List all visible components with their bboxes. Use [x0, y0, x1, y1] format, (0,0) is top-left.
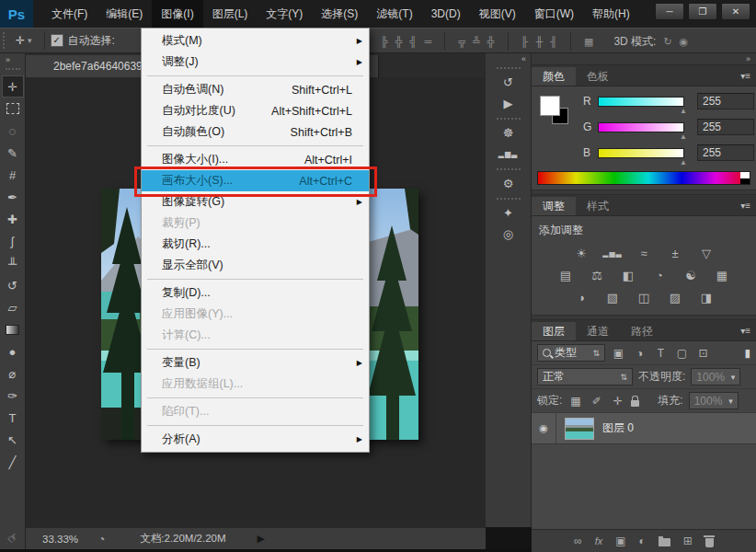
foreground-color-swatch[interactable]: [540, 96, 560, 116]
tool-marquee[interactable]: [2, 98, 24, 120]
filter-type-dropdown[interactable]: 类型 ⇅: [537, 344, 605, 362]
dock-grip[interactable]: [497, 67, 521, 69]
tool-path-selection[interactable]: ↖: [2, 429, 24, 451]
green-channel-slider[interactable]: ▲: [598, 122, 684, 132]
dock-grip[interactable]: [497, 168, 521, 170]
delete-layer-icon[interactable]: [705, 538, 714, 547]
tab-swatches[interactable]: 色板: [576, 67, 620, 86]
actions-panel-button[interactable]: ▶: [494, 93, 523, 114]
channel-mixer-icon[interactable]: ☯: [680, 267, 702, 283]
filter-type-layers-icon[interactable]: T: [653, 347, 669, 360]
red-channel-slider[interactable]: ▲: [598, 97, 684, 107]
distribute-spacing-icon[interactable]: ▦: [584, 36, 593, 48]
histogram-panel-button[interactable]: ▂▆▃: [494, 144, 523, 165]
menu-item-auto-color[interactable]: 自动颜色(O) Shift+Ctrl+B: [142, 121, 369, 143]
tool-brush[interactable]: ∫: [2, 230, 24, 252]
tool-crop[interactable]: #: [2, 164, 24, 186]
maximize-button[interactable]: ❐: [688, 3, 717, 20]
distribute-center-icon[interactable]: ╫: [535, 36, 543, 47]
menu-select[interactable]: 选择(S): [312, 0, 367, 28]
menu-type[interactable]: 文字(Y): [257, 0, 312, 28]
lock-all-icon[interactable]: [631, 400, 639, 407]
align-left-edges-icon[interactable]: ╠: [381, 36, 388, 47]
green-channel-value[interactable]: 255: [697, 119, 754, 135]
menu-3d[interactable]: 3D(D): [422, 0, 470, 28]
tool-eyedropper[interactable]: ✒: [2, 186, 24, 208]
color-balance-icon[interactable]: ⚖: [586, 267, 608, 283]
panel-menu-icon[interactable]: ▾≡: [735, 322, 756, 340]
menu-item-duplicate[interactable]: 复制(D)...: [142, 282, 369, 304]
menu-layer[interactable]: 图层(L): [203, 0, 258, 28]
tool-gradient[interactable]: [2, 318, 24, 340]
lock-pixels-icon[interactable]: ✐: [589, 395, 604, 408]
tool-pen[interactable]: ✑: [2, 385, 24, 407]
blue-channel-slider[interactable]: ▲: [598, 148, 684, 158]
tool-eraser[interactable]: ▱: [2, 296, 24, 318]
menu-edit[interactable]: 编辑(E): [97, 0, 152, 28]
3d-orbit-icon[interactable]: ◉: [680, 36, 689, 48]
tools-grip[interactable]: [6, 68, 20, 70]
levels-icon[interactable]: ▂▅▃: [601, 245, 624, 261]
layer-thumbnail[interactable]: [565, 418, 594, 440]
slider-thumb-icon[interactable]: ▲: [680, 158, 687, 167]
zoom-level-field[interactable]: 33.33%: [42, 534, 78, 545]
tab-styles[interactable]: 样式: [576, 197, 620, 215]
tool-healing-brush[interactable]: ✚: [2, 208, 24, 230]
tools-expand-icon[interactable]: »: [0, 53, 25, 64]
link-layers-icon[interactable]: ∞: [574, 535, 582, 547]
tool-quick-selection[interactable]: ✎: [2, 142, 24, 164]
filter-smart-objects-icon[interactable]: ⊡: [695, 347, 711, 360]
opacity-field[interactable]: 100% ▾: [691, 368, 740, 385]
align-v-centers-icon[interactable]: ╩: [473, 36, 480, 47]
distribute-left-icon[interactable]: ╟: [521, 36, 529, 47]
menu-image[interactable]: 图像(I): [152, 0, 202, 28]
tool-move[interactable]: ✛: [2, 75, 24, 98]
filter-shape-layers-icon[interactable]: ▢: [674, 347, 690, 360]
tab-color[interactable]: 颜色: [532, 67, 576, 86]
curves-icon[interactable]: ≈: [633, 245, 655, 261]
clone-source-panel-button[interactable]: ◎: [494, 224, 523, 245]
brush-presets-panel-button[interactable]: ✦: [494, 202, 523, 224]
menu-item-analysis[interactable]: 分析(A) ▶: [142, 429, 369, 450]
status-options-arrow-icon[interactable]: ▶: [258, 533, 265, 545]
layer-visibility-toggle[interactable]: ◉: [532, 413, 556, 443]
photo-filter-icon[interactable]: ◔: [648, 267, 670, 283]
vibrance-icon[interactable]: ▽: [695, 245, 717, 261]
tool-shape-line[interactable]: ╱: [2, 451, 24, 473]
tool-type[interactable]: T: [2, 407, 24, 429]
layer-style-fx-icon[interactable]: fx: [595, 535, 603, 546]
red-channel-value[interactable]: 255: [697, 93, 754, 109]
align-v-top-icon[interactable]: ╦: [458, 36, 465, 47]
filter-adjustment-layers-icon[interactable]: ◑: [632, 347, 647, 360]
menu-item-auto-contrast[interactable]: 自动对比度(U) Alt+Shift+Ctrl+L: [142, 100, 369, 121]
fill-field[interactable]: 100% ▾: [689, 392, 739, 409]
tool-preset-move[interactable]: ✛ ▾: [9, 34, 39, 47]
tool-dodge[interactable]: ⌀: [2, 362, 24, 385]
filter-toggle-icon[interactable]: ▮: [744, 347, 750, 360]
tab-channels[interactable]: 通道: [576, 322, 620, 340]
foreground-background-swatches[interactable]: [540, 96, 575, 129]
tool-hand[interactable]: ☞: [2, 526, 24, 548]
add-layer-mask-icon[interactable]: ▣: [615, 535, 625, 547]
menu-window[interactable]: 窗口(W): [525, 0, 583, 28]
align-h-centers-icon[interactable]: ╬: [395, 36, 403, 47]
tool-history-brush[interactable]: ↺: [2, 274, 24, 296]
panels-collapse-icon[interactable]: »: [532, 53, 756, 65]
panel-menu-icon[interactable]: ▾≡: [735, 197, 756, 215]
menu-item-trim[interactable]: 裁切(R)...: [142, 234, 369, 255]
tab-paths[interactable]: 路径: [620, 322, 664, 340]
menu-item-adjustments[interactable]: 调整(J) ▶: [142, 52, 369, 73]
new-layer-icon[interactable]: ⊞: [683, 535, 693, 547]
posterize-icon[interactable]: ▧: [601, 289, 624, 305]
3d-rotate-icon[interactable]: ↻: [663, 36, 671, 48]
menu-item-variables[interactable]: 变量(B) ▶: [142, 352, 369, 374]
minimize-button[interactable]: ─: [655, 3, 684, 20]
tool-blur[interactable]: ●: [2, 340, 24, 362]
history-panel-button[interactable]: ↺: [494, 72, 523, 93]
exposure-icon[interactable]: ±: [664, 245, 686, 261]
black-white-icon[interactable]: ◧: [617, 267, 639, 283]
menu-filter[interactable]: 滤镜(T): [367, 0, 421, 28]
new-adjustment-layer-icon[interactable]: ◐: [639, 535, 646, 547]
tool-clone-stamp[interactable]: ╨: [2, 252, 24, 274]
filter-pixel-layers-icon[interactable]: ▣: [611, 347, 626, 360]
